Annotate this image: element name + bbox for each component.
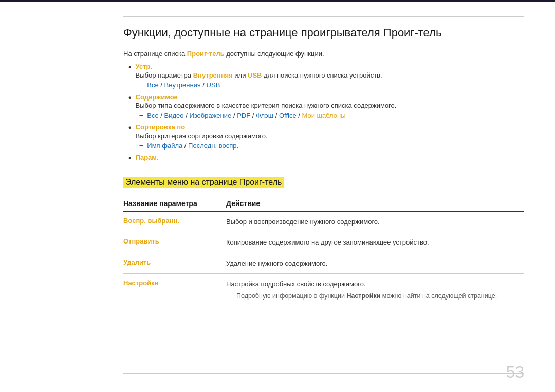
link-lastplayed: Последн. воспр. (188, 142, 238, 150)
row-action-note-4: — Подробную информацию о функции Настрой… (226, 291, 524, 301)
menu-table: Название параметра Действие Воспр. выбра… (123, 199, 524, 307)
sub-text-1: Все / Внутренняя / USB (147, 81, 220, 89)
note-bold-4: Настройки (346, 292, 380, 300)
row-action-4: Настройка подробных свойств содержимого.… (226, 279, 524, 301)
sub-text-2: Все / Видео / Изображение / PDF / Флэш /… (147, 111, 345, 119)
row-name-3: Удалить (123, 258, 226, 266)
bullet-label-3: Сортировка по (136, 123, 185, 131)
page-number: 53 (506, 363, 524, 382)
row-name-2: Отправить (123, 237, 226, 245)
table-row-2: Отправить Копирование содержимого на дру… (123, 232, 524, 253)
row-action-3: Удаление нужного содержимого. (226, 258, 524, 269)
link-internal: Внутренняя (164, 81, 201, 89)
link-usb: USB (207, 81, 220, 89)
row-name-1: Воспр. выбранн. (123, 217, 226, 225)
bullet-content-3: Сортировка по Выбор критерия сортировки … (136, 123, 524, 150)
page: Функции, доступные на странице проигрыва… (0, 0, 555, 392)
link-video: Видео (164, 111, 184, 119)
bullet-dot-3: • (128, 124, 132, 132)
bullet-desc-2: Выбор типа содержимого в качестве критер… (136, 102, 524, 109)
bullet-content-2: Содержимое Выбор типа содержимого в каче… (136, 93, 524, 119)
intro-text-after: доступны следующие функции. (225, 50, 324, 58)
col-action-header: Действие (226, 199, 524, 208)
sub-bullet-1: – Все / Внутренняя / USB (140, 81, 524, 89)
bullet-item-4: • Парам. (128, 154, 524, 162)
bullets-list: • Устр. Выбор параметра Внутренняя или U… (128, 63, 524, 162)
section-heading: Элементы меню на странице Проиг-тель (123, 178, 284, 187)
bullet-desc-3: Выбор критерия сортировки содержимого. (136, 132, 524, 140)
intro-paragraph: На странице списка Проиг-тель доступны с… (123, 50, 524, 58)
intro-highlight: Проиг-тель (187, 50, 225, 58)
row-action-2: Копирование содержимого на другое запоми… (226, 237, 524, 248)
sub-bullet-2: – Все / Видео / Изображение / PDF / Флэш… (140, 111, 524, 119)
sub-dash-3: – (140, 142, 143, 149)
bullet-dot-1: • (128, 63, 132, 71)
table-row-4: Настройки Настройка подробных свойств со… (123, 274, 524, 306)
row-action-main-4: Настройка подробных свойств содержимого. (226, 279, 524, 289)
desc-link-internal: Внутренняя (193, 71, 233, 79)
bullet-dot-2: • (128, 94, 132, 102)
link-pdf: PDF (237, 111, 250, 119)
sub-dash-1: – (140, 81, 143, 88)
bullet-content-4: Парам. (136, 154, 524, 161)
col-name-header: Название параметра (123, 199, 226, 208)
bullet-label-4: Парам. (136, 154, 159, 161)
bullet-desc-1: Выбор параметра Внутренняя или USB для п… (136, 71, 524, 79)
intro-text-before: На странице списка (123, 50, 187, 58)
bullet-item-3: • Сортировка по Выбор критерия сортировк… (128, 123, 524, 150)
table-row-1: Воспр. выбранн. Выбор и воспроизведение … (123, 212, 524, 233)
sub-text-3: Имя файла / Последн. воспр. (147, 142, 238, 150)
row-action-1: Выбор и воспроизведение нужного содержим… (226, 217, 524, 227)
bottom-line (123, 373, 524, 374)
page-title: Функции, доступные на странице проигрыва… (123, 26, 524, 41)
link-vse-1: Все (147, 81, 158, 89)
sub-dash-2: – (140, 111, 143, 119)
note-dash-4: — (226, 292, 233, 300)
top-bar (0, 0, 555, 2)
link-flash: Флэш (256, 111, 273, 119)
link-mytemplates: Мои шаблоны (302, 111, 345, 119)
bullet-content-1: Устр. Выбор параметра Внутренняя или USB… (136, 63, 524, 89)
section-heading-text: Элементы меню на странице Проиг-тель (123, 177, 284, 188)
content-area: Функции, доступные на странице проигрыва… (123, 26, 524, 371)
row-name-4: Настройки (123, 279, 226, 287)
bullet-label-2: Содержимое (136, 93, 178, 101)
bullet-item-1: • Устр. Выбор параметра Внутренняя или U… (128, 63, 524, 89)
table-row-3: Удалить Удаление нужного содержимого. (123, 253, 524, 274)
bullet-label-1: Устр. (136, 63, 152, 70)
link-filename: Имя файла (147, 142, 182, 150)
bullet-item-2: • Содержимое Выбор типа содержимого в ка… (128, 93, 524, 119)
link-office: Office (279, 111, 297, 119)
desc-link-usb: USB (248, 71, 262, 79)
table-header: Название параметра Действие (123, 199, 524, 212)
bullet-dot-4: • (128, 154, 132, 162)
sub-bullet-3: – Имя файла / Последн. воспр. (140, 142, 524, 150)
link-image: Изображение (189, 111, 231, 119)
link-vse-2: Все (147, 111, 158, 119)
top-line (123, 16, 524, 17)
